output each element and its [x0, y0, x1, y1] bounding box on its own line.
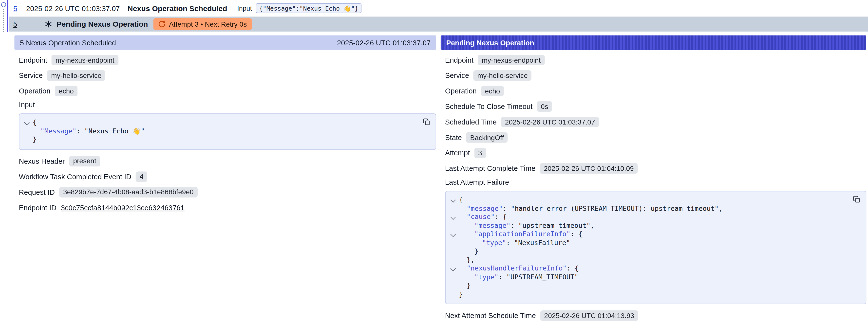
scheduled-panel-header: 5 Nexus Operation Scheduled 2025-02-26 U… [14, 35, 436, 50]
field-label: Endpoint [445, 56, 473, 64]
code-line: { [448, 196, 844, 204]
code-line-content: "type": "UPSTREAM_TIMEOUT" [459, 273, 578, 282]
field-row-workflow-task-completed-event-id: Workflow Task Completed Event ID4 [19, 171, 436, 182]
code-line: } [448, 247, 844, 256]
field-label: Service [445, 71, 469, 79]
collapse-chevron-icon[interactable] [448, 213, 459, 222]
field-value-chip: 2025-02-26 UTC 01:04:10.09 [540, 163, 638, 174]
field-value-chip: 2025-02-26 UTC 01:03:37.07 [501, 117, 599, 127]
code-line: "nexusHandlerFailureInfo": { [448, 264, 844, 273]
code-gutter [448, 222, 459, 230]
field-label: State [445, 133, 462, 142]
retry-icon [158, 21, 165, 28]
pending-asterisk-icon [45, 21, 52, 28]
code-line: }, [448, 256, 844, 264]
code-line-content: "nexusHandlerFailureInfo": { [459, 264, 579, 273]
code-gutter [448, 282, 459, 290]
event-row-pending[interactable]: 5 Pending Nexus Operation [9, 17, 868, 32]
field-row-endpoint-id: Endpoint ID3c0c75ccfa8144b092c13ce632463… [19, 202, 436, 213]
field-row-endpoint: Endpointmy-nexus-endpoint [445, 54, 866, 66]
code-gutter [22, 127, 33, 136]
screenshot-viewport: 5 2025-02-26 UTC 01:03:37.07 Nexus Opera… [0, 0, 868, 322]
code-line-content: } [459, 282, 471, 290]
code-line-content: "cause": { [459, 213, 507, 222]
event-title: Nexus Operation Scheduled [128, 4, 227, 12]
pending-title: Pending Nexus Operation [57, 20, 148, 28]
field-label: Operation [19, 87, 50, 95]
field-row-service: Servicemy-hello-service [445, 70, 866, 82]
code-line-content: } [459, 247, 478, 256]
code-gutter [448, 273, 459, 282]
pending-fields-top: Endpointmy-nexus-endpointServicemy-hello… [445, 54, 866, 174]
selected-event-indicator [7, 0, 8, 32]
collapse-chevron-icon[interactable] [448, 196, 459, 204]
pending-panel-body: Endpointmy-nexus-endpointServicemy-hello… [441, 50, 866, 322]
timeline-connector-line [3, 9, 4, 32]
field-value-chip: echo [55, 86, 78, 96]
field-value-link[interactable]: 3c0c75ccfa8144b092c13ce632463761 [61, 203, 185, 212]
retry-badge: Attempt 3 • Next Retry 0s [153, 18, 252, 30]
pending-event-id-link[interactable]: 5 [13, 20, 17, 28]
code-line: } [448, 290, 844, 299]
input-json-viewer: {"Message": "Nexus Echo 👋"} [19, 114, 436, 150]
scheduled-event-panel: 5 Nexus Operation Scheduled 2025-02-26 U… [14, 35, 436, 217]
field-value-chip: BackingOff [466, 132, 508, 143]
code-line: "type": "NexusFailure" [448, 239, 844, 247]
event-id-link[interactable]: 5 [13, 4, 17, 12]
field-value-chip: 2025-02-26 UTC 01:04:13.93 [540, 311, 638, 321]
code-gutter [448, 239, 459, 247]
field-value-chip: my-nexus-endpoint [52, 55, 118, 65]
field-value-chip: my-hello-service [48, 70, 105, 81]
input-json-code: {"Message": "Nexus Echo 👋"} [22, 118, 413, 144]
event-detail-panels: 5 Nexus Operation Scheduled 2025-02-26 U… [14, 35, 866, 322]
code-gutter [448, 290, 459, 299]
field-row-attempt: Attempt3 [445, 147, 866, 159]
code-line-content: } [33, 136, 36, 144]
field-label: Attempt [445, 149, 470, 157]
code-gutter [448, 204, 459, 213]
field-label: Workflow Task Completed Event ID [19, 172, 131, 181]
pending-operation-panel: Pending Nexus Operation Endpointmy-nexus… [441, 35, 866, 322]
code-line-content: "applicationFailureInfo": { [459, 230, 582, 239]
field-value-chip: 3 [474, 148, 486, 158]
field-row-next-attempt-schedule-time: Next Attempt Schedule Time2025-02-26 UTC… [445, 310, 866, 321]
code-line-content: "message": "upstream timeout", [459, 222, 594, 230]
pending-panel-title: Pending Nexus Operation [446, 38, 534, 47]
field-label: Operation [445, 87, 477, 95]
field-row-state: StateBackingOff [445, 132, 866, 143]
input-section-label: Input [19, 101, 436, 109]
scheduled-panel-timestamp: 2025-02-26 UTC 01:03:37.07 [337, 38, 431, 47]
event-rows: 5 2025-02-26 UTC 01:03:37.07 Nexus Opera… [9, 0, 868, 32]
event-history-view: 5 2025-02-26 UTC 01:03:37.07 Nexus Opera… [0, 0, 868, 322]
copy-icon [852, 195, 861, 204]
field-label: Scheduled Time [445, 118, 497, 126]
field-value-chip: present [69, 156, 100, 166]
field-row-service: Servicemy-hello-service [19, 70, 436, 82]
failure-json-viewer: {"message": "handler error (UPSTREAM_TIM… [445, 191, 866, 304]
code-line-content: "Message": "Nexus Echo 👋" [33, 127, 145, 136]
field-label: Last Attempt Complete Time [445, 164, 535, 172]
code-line: "message": "handler error (UPSTREAM_TIME… [448, 204, 844, 213]
scheduled-panel-title: 5 Nexus Operation Scheduled [20, 38, 116, 47]
field-value-chip: 3e829b7e-7d67-4b08-aad3-b1e868bfe9e0 [59, 187, 197, 197]
code-line: "Message": "Nexus Echo 👋" [22, 127, 413, 136]
collapse-chevron-icon[interactable] [448, 264, 459, 273]
code-line: "cause": { [448, 213, 844, 222]
copy-button[interactable] [851, 194, 862, 205]
code-line: "applicationFailureInfo": { [448, 230, 844, 239]
field-row-scheduled-time: Scheduled Time2025-02-26 UTC 01:03:37.07 [445, 116, 866, 128]
field-row-nexus-header: Nexus Headerpresent [19, 155, 436, 167]
event-timestamp: 2025-02-26 UTC 01:03:37.07 [26, 4, 120, 12]
timeline-gutter [0, 0, 9, 32]
event-row-scheduled[interactable]: 5 2025-02-26 UTC 01:03:37.07 Nexus Opera… [9, 0, 868, 17]
pending-fields-bottom: Next Attempt Schedule Time2025-02-26 UTC… [445, 310, 866, 321]
field-label: Nexus Header [19, 157, 65, 165]
code-line-content: }, [459, 256, 475, 264]
collapse-chevron-icon[interactable] [448, 230, 459, 239]
collapse-chevron-icon[interactable] [22, 118, 33, 127]
field-row-operation: Operationecho [445, 85, 866, 97]
code-gutter [22, 136, 33, 144]
pending-panel-header: Pending Nexus Operation [441, 35, 866, 50]
retry-badge-label: Attempt 3 • Next Retry 0s [169, 20, 247, 28]
copy-button[interactable] [421, 117, 432, 127]
